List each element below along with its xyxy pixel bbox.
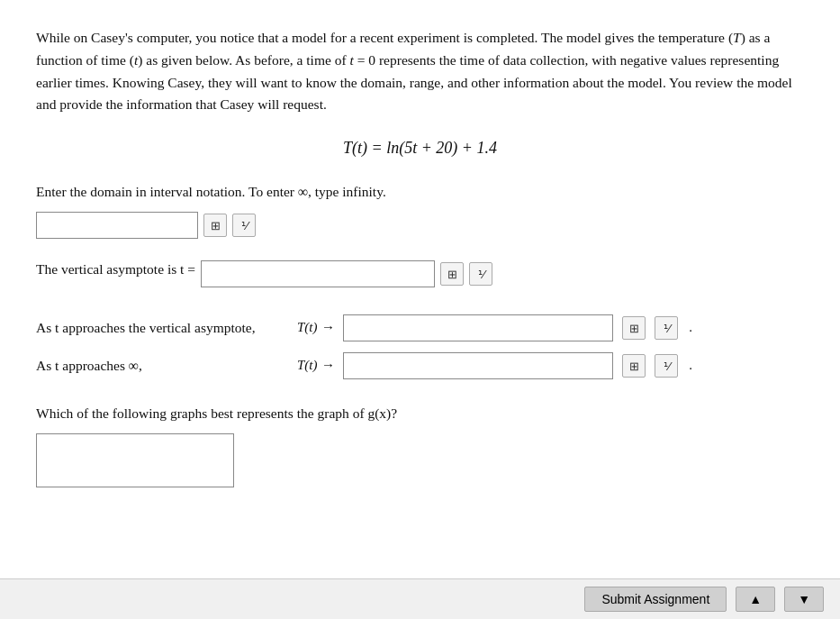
approaches-section: As t approaches the vertical asymptote, …	[36, 314, 804, 379]
graph-placeholder	[36, 433, 234, 487]
formula-display: T(t) = ln(5t + 20) + 1.4	[36, 136, 804, 161]
approaches-input-1[interactable]	[343, 314, 613, 341]
asymptote-label: The vertical asymptote is t =	[36, 259, 195, 280]
approaches-label-1: As t approaches the vertical asymptote,	[36, 317, 288, 339]
intro-paragraph: While on Casey's computer, you notice th…	[36, 27, 804, 116]
asymptote-input[interactable]	[201, 260, 435, 287]
bottom-bar: Submit Assignment ▲ ▼	[0, 578, 840, 619]
submit-button[interactable]: Submit Assignment	[584, 587, 727, 612]
asymptote-section: The vertical asymptote is t = ⊞ ⅟	[36, 259, 804, 289]
graph-label: Which of the following graphs best repre…	[36, 403, 804, 424]
domain-matrix-icon[interactable]: ⊞	[203, 214, 227, 237]
approaches-fraction-icon-2[interactable]: ⅟	[655, 354, 678, 378]
nav-up-button[interactable]: ▲	[736, 587, 775, 612]
approaches-fraction-icon-1[interactable]: ⅟	[655, 316, 678, 340]
domain-input[interactable]	[36, 212, 198, 239]
graph-section: Which of the following graphs best repre…	[36, 403, 804, 487]
approaches-matrix-icon-1[interactable]: ⊞	[622, 316, 646, 340]
asymptote-matrix-icon[interactable]: ⊞	[440, 262, 464, 286]
asymptote-input-row: The vertical asymptote is t = ⊞ ⅟	[36, 259, 804, 289]
period-1: .	[689, 317, 692, 338]
domain-label: Enter the domain in interval notation. T…	[36, 181, 804, 203]
approaches-arrow-2: T(t) →	[297, 355, 334, 376]
approaches-row-1: As t approaches the vertical asymptote, …	[36, 314, 804, 341]
nav-down-button[interactable]: ▼	[784, 587, 824, 612]
asymptote-fraction-icon[interactable]: ⅟	[469, 262, 492, 286]
period-2: .	[689, 355, 692, 376]
approaches-arrow-1: T(t) →	[297, 317, 334, 338]
domain-section: Enter the domain in interval notation. T…	[36, 181, 804, 239]
approaches-matrix-icon-2[interactable]: ⊞	[622, 354, 646, 378]
approaches-input-2[interactable]	[343, 352, 613, 379]
domain-input-row: ⊞ ⅟	[36, 212, 804, 239]
approaches-row-2: As t approaches ∞, T(t) → ⊞ ⅟ .	[36, 352, 804, 379]
domain-fraction-icon[interactable]: ⅟	[232, 214, 256, 237]
approaches-label-2: As t approaches ∞,	[36, 355, 288, 377]
